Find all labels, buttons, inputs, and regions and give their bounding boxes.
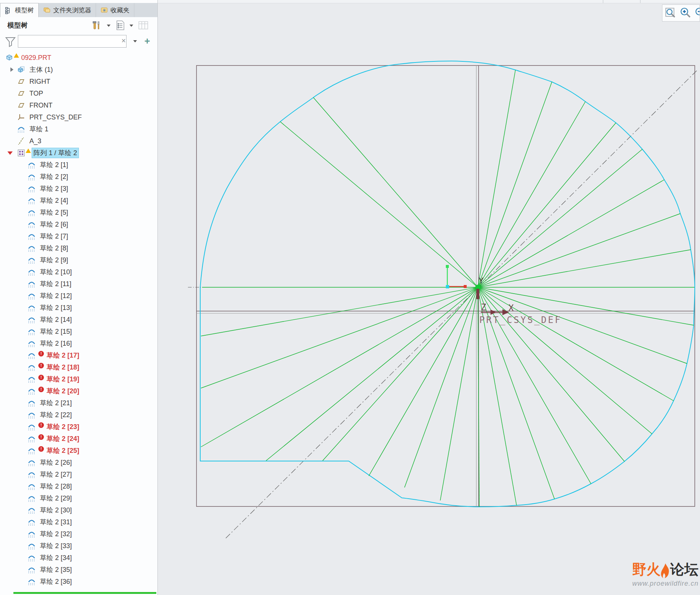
tree-item[interactable]: 草绘 2 [11]	[0, 278, 157, 290]
tree-item-label: A_3	[28, 137, 43, 145]
tree-item[interactable]: !草绘 2 [20]	[0, 385, 157, 397]
tree-item[interactable]: 草绘 2 [22]	[0, 409, 157, 421]
sketch-icon	[28, 351, 36, 359]
pattern-spoke-line[interactable]	[201, 287, 478, 388]
tree-item[interactable]: 草绘 2 [14]	[0, 314, 157, 326]
tab-folder-browser[interactable]: 文件夹浏览器	[39, 3, 96, 17]
sketch-icon	[28, 435, 36, 443]
tree-item-label: 草绘 2 [9]	[38, 255, 70, 265]
warning-icon	[26, 148, 31, 153]
tree-item[interactable]: 草绘 2 [21]	[0, 397, 157, 409]
tree-item[interactable]: 草绘 2 [33]	[0, 540, 157, 552]
strip-separator	[640, 0, 640, 3]
tree-settings-dropdown-arrow[interactable]	[130, 25, 133, 27]
tree-tools-icon[interactable]	[90, 20, 102, 31]
tree-item[interactable]: 草绘 2 [15]	[0, 326, 157, 338]
tree-item[interactable]: 草绘 2 [35]	[0, 564, 157, 576]
tree-item[interactable]: 阵列 1 / 草绘 2	[0, 147, 157, 159]
pattern-spoke-line[interactable]	[478, 123, 616, 287]
tab-label: 收藏夹	[111, 6, 130, 15]
tree-tools-dropdown-arrow[interactable]	[107, 25, 111, 27]
tree-item[interactable]: 草绘 2 [12]	[0, 290, 157, 302]
model-tree-icon	[5, 7, 12, 14]
tab-favorites[interactable]: ✳ 收藏夹	[96, 3, 134, 17]
zoom-region-icon[interactable]	[665, 7, 677, 19]
tree-item[interactable]: 草绘 2 [31]	[0, 516, 157, 528]
tree-item[interactable]: 0929.PRT	[0, 52, 157, 64]
tree-item[interactable]: !草绘 2 [19]	[0, 373, 157, 385]
tree-item[interactable]: 草绘 2 [2]	[0, 171, 157, 183]
tree-item[interactable]: 草绘 2 [16]	[0, 338, 157, 349]
pattern-spoke-line[interactable]	[369, 287, 478, 476]
tree-settings-list-icon[interactable]	[115, 20, 126, 31]
tree-item[interactable]: !草绘 2 [18]	[0, 361, 157, 373]
filter-clear-icon[interactable]: ×	[120, 36, 127, 45]
centerline-axis	[225, 71, 697, 539]
filter-funnel-icon[interactable]	[5, 36, 16, 48]
tree-item[interactable]: A_3	[0, 135, 157, 147]
sketch-icon	[28, 196, 36, 205]
filter-dropdown-arrow[interactable]	[133, 40, 137, 42]
tree-item[interactable]: 草绘 2 [4]	[0, 195, 157, 207]
tree-item[interactable]: 草绘 2 [7]	[0, 230, 157, 242]
tree-item[interactable]: PRT_CSYS_DEF	[0, 111, 157, 123]
tree-item[interactable]: 主体 (1)	[0, 64, 157, 76]
tab-model-tree[interactable]: 模型树	[0, 3, 39, 17]
tree-item[interactable]: 草绘 2 [6]	[0, 218, 157, 230]
sketch-icon	[28, 363, 36, 371]
pattern-spoke-line[interactable]	[478, 287, 687, 364]
show-columns-icon[interactable]	[138, 20, 149, 31]
tree-item[interactable]: TOP	[0, 87, 157, 99]
tree-item[interactable]: 草绘 2 [27]	[0, 468, 157, 480]
tree-item-label: 草绘 2 [30]	[38, 505, 73, 515]
tree-item[interactable]: 草绘 2 [26]	[0, 457, 157, 468]
tree-item[interactable]: 草绘 2 [5]	[0, 207, 157, 218]
expand-arrow-expanded[interactable]	[7, 151, 13, 155]
tree-item[interactable]: !草绘 2 [17]	[0, 349, 157, 361]
sketch-icon	[17, 125, 25, 133]
zoom-in-icon[interactable]	[680, 7, 691, 19]
tree-item[interactable]: 草绘 2 [8]	[0, 242, 157, 254]
pattern-spoke-line[interactable]	[478, 180, 664, 287]
tree-item[interactable]: !草绘 2 [23]	[0, 421, 157, 433]
pattern-spoke-line[interactable]	[313, 97, 478, 287]
tree-item[interactable]: 草绘 2 [13]	[0, 302, 157, 314]
pattern-spoke-line[interactable]	[478, 250, 691, 287]
error-badge-icon: !	[38, 387, 44, 392]
tree-item-label: FRONT	[28, 101, 54, 110]
filter-add-button[interactable]: +	[144, 35, 150, 47]
tree-filter-input[interactable]	[18, 35, 127, 48]
tree-item-label: 草绘 2 [26]	[38, 458, 73, 467]
sketch-icon	[28, 316, 36, 324]
tree-item[interactable]: 草绘 2 [29]	[0, 492, 157, 504]
tree-item[interactable]: 草绘 2 [3]	[0, 183, 157, 195]
pattern-spoke-line[interactable]	[201, 287, 478, 336]
tree-item[interactable]: 草绘 2 [36]	[0, 576, 157, 588]
tree-item[interactable]: 草绘 2 [28]	[0, 480, 157, 492]
tree-item[interactable]: 草绘 2 [9]	[0, 254, 157, 266]
tree-item[interactable]: 草绘 2 [1]	[0, 159, 157, 171]
expand-arrow-collapsed[interactable]	[10, 67, 13, 72]
tree-item-label: 草绘 2 [1]	[38, 160, 70, 170]
tree-item[interactable]: 草绘 1	[0, 123, 157, 135]
watermark-brand-right: 论坛	[670, 560, 699, 579]
tree-item[interactable]: 草绘 2 [30]	[0, 504, 157, 516]
pattern-spoke-line[interactable]	[478, 214, 680, 287]
tree-item[interactable]: !草绘 2 [24]	[0, 433, 157, 445]
tree-item[interactable]: 草绘 2 [34]	[0, 552, 157, 564]
tree-item[interactable]: FRONT	[0, 99, 157, 111]
pattern-spoke-line[interactable]	[440, 287, 478, 500]
tree-item[interactable]: 草绘 2 [32]	[0, 528, 157, 540]
pattern-spoke-line[interactable]	[478, 287, 652, 434]
part-outline-rect	[196, 65, 695, 506]
sketch-icon	[28, 578, 36, 586]
tree-item[interactable]: RIGHT	[0, 76, 157, 87]
tree-item-label: 草绘 2 [12]	[38, 291, 73, 301]
pattern-spoke-line[interactable]	[280, 122, 478, 287]
tree-item-label: TOP	[28, 89, 45, 98]
tree-item-label: 草绘 2 [22]	[38, 410, 73, 420]
tree-item[interactable]: !草绘 2 [25]	[0, 445, 157, 457]
zoom-out-icon[interactable]	[694, 7, 700, 19]
tree-item-label: 草绘 2 [6]	[38, 220, 70, 229]
tree-item[interactable]: 草绘 2 [10]	[0, 266, 157, 278]
